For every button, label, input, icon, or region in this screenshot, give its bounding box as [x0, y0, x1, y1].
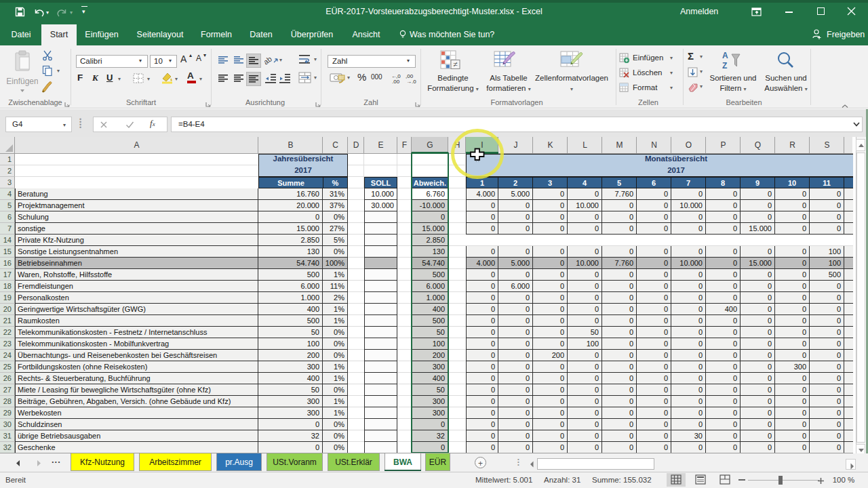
- svg-text:Z: Z: [722, 61, 727, 70]
- svg-text:≠: ≠: [453, 60, 458, 69]
- svg-text:A: A: [722, 51, 728, 60]
- svg-text:→,0: →,0: [406, 79, 416, 84]
- svg-text:Einfügen: Einfügen: [7, 77, 38, 86]
- svg-text:,00: ,00: [392, 79, 400, 84]
- svg-text:ab: ab: [264, 55, 273, 66]
